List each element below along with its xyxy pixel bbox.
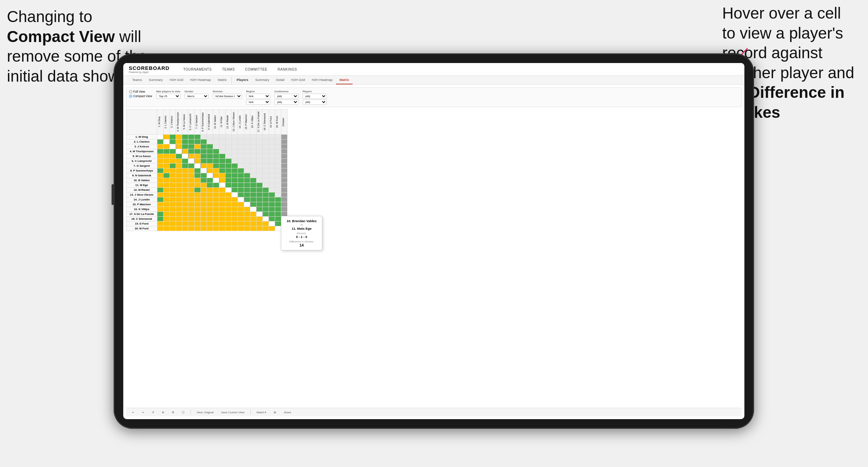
cell-13-16[interactable]: [250, 193, 257, 197]
cell-14-17[interactable]: [257, 197, 263, 202]
cell-5-5[interactable]: [182, 154, 188, 159]
cell-9-14[interactable]: [238, 173, 244, 178]
cell-6-1[interactable]: [157, 159, 164, 164]
cell-9-2[interactable]: [164, 173, 170, 178]
cell-8-14[interactable]: [238, 168, 244, 173]
cell-16-15[interactable]: [244, 207, 250, 212]
cell-14-14[interactable]: [238, 197, 244, 202]
cell-13-10[interactable]: [213, 193, 219, 197]
cell-8-3[interactable]: [170, 168, 176, 173]
cell-14-12[interactable]: [226, 197, 232, 202]
cell-10-9[interactable]: [207, 178, 213, 183]
cell-3-8[interactable]: [201, 144, 207, 149]
cell-4-15[interactable]: [244, 149, 250, 154]
cell-5-18[interactable]: [263, 154, 269, 159]
cell-10-5[interactable]: [182, 178, 188, 183]
cell-8-20[interactable]: [275, 168, 281, 173]
cell-20-1[interactable]: [157, 226, 164, 231]
cell-10-14[interactable]: [238, 178, 244, 183]
cell-7-16[interactable]: [250, 164, 257, 168]
cell-17-11[interactable]: [219, 212, 226, 217]
cell-1-9[interactable]: [207, 135, 213, 139]
cell-15-7[interactable]: [195, 202, 201, 207]
cell-2-19[interactable]: [269, 139, 275, 144]
tab-h2h-grid[interactable]: H2H Grid: [166, 76, 187, 84]
cell-14-3[interactable]: [170, 197, 176, 202]
cell-16-2[interactable]: [164, 207, 170, 212]
cell-3-11[interactable]: [219, 144, 226, 149]
radio-compact-view[interactable]: Compact View: [129, 94, 152, 98]
cell-19-12[interactable]: [226, 221, 232, 226]
cell-9-5[interactable]: [182, 173, 188, 178]
cell-14-19[interactable]: [269, 197, 275, 202]
redo-btn[interactable]: ↪: [140, 410, 146, 415]
cell-7-15[interactable]: [244, 164, 250, 168]
cell-19-17[interactable]: [257, 221, 263, 226]
cell-19-15[interactable]: [244, 221, 250, 226]
cell-2-17[interactable]: [257, 139, 263, 144]
cell-1-11[interactable]: [219, 135, 226, 139]
cell-3-5[interactable]: [182, 144, 188, 149]
cell-9-13[interactable]: [232, 173, 238, 178]
cell-5-7[interactable]: [195, 154, 201, 159]
cell-6-17[interactable]: [257, 159, 263, 164]
cell-12-5[interactable]: [182, 188, 188, 193]
cell-20-2[interactable]: [164, 226, 170, 231]
cell-12-11[interactable]: [219, 188, 226, 193]
cell-4-7[interactable]: [195, 149, 201, 154]
cell-9-3[interactable]: [170, 173, 176, 178]
cell-10-20[interactable]: [275, 178, 281, 183]
cell-13-17[interactable]: [257, 193, 263, 197]
nav-rankings[interactable]: RANKINGS: [278, 66, 297, 73]
settings-btn[interactable]: ⚙: [170, 410, 176, 415]
cell-11-2[interactable]: [164, 183, 170, 188]
cell-15-10[interactable]: [213, 202, 219, 207]
cell-11-13[interactable]: [232, 183, 238, 188]
cell-1-15[interactable]: [244, 135, 250, 139]
cell-11-1[interactable]: [157, 183, 164, 188]
cell-2-16[interactable]: [250, 139, 257, 144]
cell-17-10[interactable]: [213, 212, 219, 217]
cell-8-19[interactable]: [269, 168, 275, 173]
cell-7-19[interactable]: [269, 164, 275, 168]
cell-12-1[interactable]: [157, 188, 164, 193]
cell-4-18[interactable]: [263, 149, 269, 154]
cell-20-8[interactable]: [201, 226, 207, 231]
cell-12-12[interactable]: [226, 188, 232, 193]
cell-12-4[interactable]: [176, 188, 182, 193]
cell-5-12[interactable]: [226, 154, 232, 159]
cell-11-9[interactable]: [207, 183, 213, 188]
cell-15-1[interactable]: [157, 202, 164, 207]
cell-20-7[interactable]: [195, 226, 201, 231]
cell-14-4[interactable]: [176, 197, 182, 202]
cell-18-10[interactable]: [213, 217, 219, 221]
cell-6-9[interactable]: [207, 159, 213, 164]
cell-6-21[interactable]: [281, 159, 287, 164]
cell-1-12[interactable]: [226, 135, 232, 139]
tab-summary[interactable]: Summary: [145, 76, 166, 84]
tab-players-h2h-grid[interactable]: H2H Grid: [288, 76, 308, 84]
cell-16-12[interactable]: [226, 207, 232, 212]
cell-19-8[interactable]: [201, 221, 207, 226]
cell-5-10[interactable]: [213, 154, 219, 159]
cell-16-13[interactable]: [232, 207, 238, 212]
cell-13-20[interactable]: [275, 193, 281, 197]
cell-17-3[interactable]: [170, 212, 176, 217]
cell-8-5[interactable]: [182, 168, 188, 173]
cell-20-14[interactable]: [238, 226, 244, 231]
cell-7-12[interactable]: [226, 164, 232, 168]
cell-6-15[interactable]: [244, 159, 250, 164]
cell-14-13[interactable]: [232, 197, 238, 202]
cell-3-16[interactable]: [250, 144, 257, 149]
cell-14-15[interactable]: [244, 197, 250, 202]
cell-11-17[interactable]: [257, 183, 263, 188]
cell-14-1[interactable]: [157, 197, 164, 202]
cell-16-6[interactable]: [188, 207, 195, 212]
cell-18-13[interactable]: [232, 217, 238, 221]
cell-4-20[interactable]: [275, 149, 281, 154]
cell-19-18[interactable]: [263, 221, 269, 226]
cell-12-19[interactable]: [269, 188, 275, 193]
cell-18-18[interactable]: [263, 217, 269, 221]
cell-5-21[interactable]: [281, 154, 287, 159]
cell-3-2[interactable]: [164, 144, 170, 149]
